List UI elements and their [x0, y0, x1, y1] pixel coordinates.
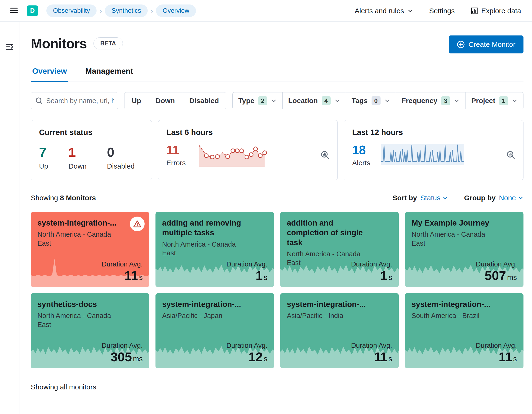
chevron-down-icon — [454, 98, 460, 103]
avatar[interactable]: D — [27, 5, 38, 16]
filter-location-count-badge: 4 — [322, 96, 331, 105]
duration-value: 12 — [248, 350, 263, 364]
duration-value: 1 — [256, 268, 263, 283]
explore-data-icon — [470, 7, 478, 15]
filter-tags-count-badge: 0 — [371, 96, 380, 105]
create-monitor-button[interactable]: Create Monitor — [449, 36, 523, 54]
filter-type-dropdown[interactable]: Type 2 — [232, 92, 283, 109]
duration-unit: s — [389, 355, 392, 363]
alert-triangle-icon — [133, 220, 142, 228]
group-by-value: None — [499, 194, 516, 202]
last-12-hours-panel: Last 12 hours 18 Alerts — [344, 120, 523, 180]
breadcrumb-overview[interactable]: Overview — [156, 4, 196, 17]
filter-disabled-button[interactable]: Disabled — [182, 92, 226, 109]
current-status-panel: Current status 7 Up 1 Down 0 Disabled — [31, 120, 152, 180]
filter-down-button[interactable]: Down — [148, 92, 182, 109]
duration-average-label: Duration Avg. — [476, 260, 517, 268]
monitor-card[interactable]: system-integration-... South America - B… — [405, 293, 523, 368]
explore-data-link[interactable]: Explore data — [470, 7, 521, 15]
filter-frequency-count-badge: 3 — [441, 96, 450, 105]
showing-count-value: 8 Monitors — [60, 194, 96, 202]
chevron-down-icon — [271, 98, 277, 103]
main-content: Monitors BETA Create Monitor Overview Ma… — [19, 22, 532, 414]
stat-up: 7 Up — [39, 145, 48, 170]
monitor-card[interactable]: My Example Journey North America - Canad… — [405, 212, 523, 287]
filter-location-label: Location — [288, 97, 318, 105]
duration-average: Duration Avg. 11 s — [476, 342, 517, 364]
settings-link[interactable]: Settings — [429, 7, 455, 15]
showing-count: Showing 8 Monitors — [31, 194, 96, 202]
monitor-card[interactable]: addition and completion of single task N… — [280, 212, 399, 287]
monitor-card[interactable]: system-integration-... Asia/Pacific - In… — [280, 293, 399, 368]
breadcrumb-synthetics[interactable]: Synthetics — [105, 4, 148, 17]
stat-down: 1 Down — [68, 145, 87, 170]
errors-stat: 11 Errors — [166, 143, 186, 167]
hamburger-icon — [10, 6, 19, 16]
duration-average-label: Duration Avg. — [351, 342, 392, 350]
left-rail — [0, 22, 19, 414]
explore-data-label: Explore data — [481, 7, 521, 15]
top-nav: Alerts and rules Settings Explore data — [355, 7, 521, 15]
monitor-name: adding and removing multiple tasks — [162, 218, 267, 238]
monitor-location: South America - Brazil — [411, 311, 491, 320]
filter-up-button[interactable]: Up — [124, 92, 148, 109]
errors-value: 11 — [166, 143, 186, 157]
duration-value: 507 — [485, 268, 506, 283]
search-box[interactable] — [31, 92, 118, 109]
main-menu-button[interactable] — [10, 6, 19, 16]
monitor-location: Asia/Pacific - Japan — [162, 311, 242, 320]
monitor-name: My Example Journey — [411, 218, 517, 228]
create-monitor-label: Create Monitor — [469, 40, 515, 48]
sort-by-select[interactable]: Status — [420, 194, 448, 202]
group-by-select[interactable]: None — [499, 194, 523, 202]
duration-average: Duration Avg. 507 ms — [476, 260, 517, 283]
breadcrumb: Observability › Synthetics › Overview — [46, 4, 196, 17]
monitor-location: North America - Canada East — [38, 311, 117, 329]
inspect-alerts-icon[interactable] — [506, 150, 515, 159]
alerts-label: Alerts — [352, 159, 370, 167]
breadcrumb-observability[interactable]: Observability — [46, 4, 96, 17]
stat-disabled: 0 Disabled — [107, 145, 135, 170]
alerts-sparkline-chart — [381, 142, 464, 168]
stat-up-value: 7 — [39, 145, 48, 160]
duration-value: 305 — [111, 350, 132, 364]
plus-in-circle-icon — [457, 40, 465, 48]
monitor-card[interactable]: adding and removing multiple tasks North… — [155, 212, 274, 287]
search-input[interactable] — [46, 97, 114, 105]
duration-average: Duration Avg. 11 s — [351, 342, 392, 364]
tab-management[interactable]: Management — [84, 67, 135, 82]
breadcrumb-separator-icon: › — [151, 7, 153, 15]
expand-sidebar-button[interactable] — [5, 43, 14, 52]
monitor-location: Asia/Pacific - India — [287, 311, 366, 320]
chevron-down-icon — [334, 98, 340, 103]
chevron-down-icon — [384, 98, 390, 103]
alerts-and-rules-menu[interactable]: Alerts and rules — [355, 7, 413, 15]
monitor-card[interactable]: system-integration-... North America - C… — [31, 212, 149, 287]
filter-project-dropdown[interactable]: Project 1 — [465, 92, 523, 109]
filter-tags-label: Tags — [352, 97, 368, 105]
duration-average: Duration Avg. 12 s — [226, 342, 267, 364]
duration-unit: ms — [507, 273, 517, 282]
alerts-value: 18 — [352, 143, 370, 157]
errors-sparkline-chart — [196, 142, 270, 168]
stat-disabled-label: Disabled — [107, 162, 135, 170]
sort-by-label: Sort by — [393, 194, 417, 202]
inspect-errors-icon[interactable] — [320, 150, 329, 159]
duration-unit: s — [264, 273, 268, 282]
filter-type-count-badge: 2 — [258, 96, 267, 105]
sort-by-value: Status — [420, 194, 440, 202]
filter-bar: Up Down Disabled Type 2 Location 4 — [31, 92, 523, 109]
duration-unit: ms — [133, 355, 143, 363]
monitor-card[interactable]: system-integration-... Asia/Pacific - Ja… — [155, 293, 274, 368]
tab-bar: Overview Management — [31, 67, 523, 82]
filter-tags-dropdown[interactable]: Tags 0 — [346, 92, 396, 109]
filter-location-dropdown[interactable]: Location 4 — [282, 92, 346, 109]
duration-average: Duration Avg. 1 s — [351, 260, 392, 283]
tab-overview[interactable]: Overview — [31, 67, 68, 82]
monitor-card[interactable]: synthetics-docs North America - Canada E… — [31, 293, 149, 368]
duration-unit: s — [389, 273, 392, 282]
chevron-down-icon — [518, 195, 523, 201]
filter-frequency-dropdown[interactable]: Frequency 3 — [396, 92, 466, 109]
monitor-grid: system-integration-... North America - C… — [31, 212, 523, 368]
last-6-hours-title: Last 6 hours — [166, 128, 329, 137]
